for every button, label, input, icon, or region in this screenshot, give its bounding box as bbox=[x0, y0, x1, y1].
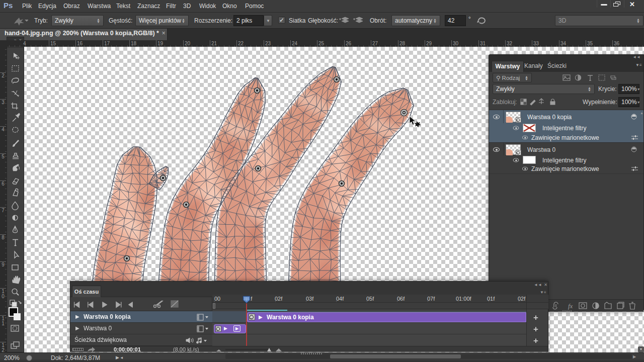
svg-text:fx: fx bbox=[568, 302, 573, 310]
